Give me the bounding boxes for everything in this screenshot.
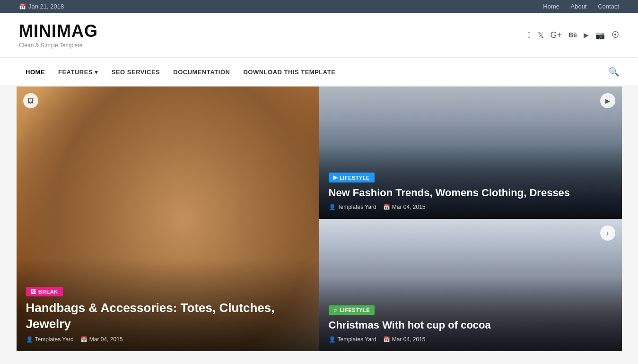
nav-documentation[interactable]: DOCUMENTATION [166, 60, 236, 84]
facebook-icon[interactable]:  [528, 30, 531, 40]
nav-seo-services[interactable]: SEO SERVICES [105, 60, 167, 84]
card-large[interactable]: 🖼 🖼 BREAK Handbags & Accessories: Totes,… [17, 87, 319, 351]
card-bottom-right[interactable]: ♪ ♫ LIFESTYLE Christmas With hot cup of … [319, 219, 622, 351]
calendar-icon: 📅 [80, 336, 87, 343]
card-top-right-title: New Fashion Trends, Womens Clothing, Dre… [329, 186, 612, 200]
card-top-right-overlay: ▶ LIFESTYLE New Fashion Trends, Womens C… [319, 144, 622, 219]
card-top-right-media-icon: ▶ [600, 93, 615, 108]
main-content: 🖼 🖼 BREAK Handbags & Accessories: Totes,… [17, 87, 622, 351]
topbar: Jan 21, 2018 Home About Contact [0, 0, 638, 13]
site-title: MINIMAG [19, 21, 98, 41]
card-bottom-right-title: Christmas With hot cup of cocoa [329, 319, 612, 332]
break-category-icon: 🖼 [31, 289, 36, 295]
topbar-nav-contact[interactable]: Contact [598, 3, 619, 10]
main-navbar: HOME FEATURES ▾ SEO SERVICES DOCUMENTATI… [0, 58, 638, 87]
author-icon-br: 👤 [329, 336, 336, 343]
card-bottom-right-overlay: ♫ LIFESTYLE Christmas With hot cup of co… [319, 277, 622, 351]
card-bottom-right-meta: 👤 Templates Yard 📅 Mar 04, 2015 [329, 336, 612, 343]
nav-features[interactable]: FEATURES ▾ [52, 60, 105, 84]
card-top-right-meta: 👤 Templates Yard 📅 Mar 04, 2015 [329, 204, 612, 210]
card-large-category: 🖼 BREAK [26, 287, 63, 296]
twitter-icon[interactable]: 𝕏 [538, 31, 544, 40]
topbar-date: Jan 21, 2018 [19, 3, 64, 10]
behance-icon[interactable]: Bē [568, 31, 577, 39]
card-large-overlay: 🖼 BREAK Handbags & Accessories: Totes, C… [17, 259, 319, 351]
nav-home[interactable]: HOME [19, 60, 52, 84]
topbar-nav-about[interactable]: About [571, 3, 587, 10]
topbar-nav-home[interactable]: Home [543, 3, 559, 10]
card-top-right-date: 📅 Mar 04, 2015 [383, 204, 426, 210]
site-logo[interactable]: MINIMAG Clean & Simple Template [19, 21, 98, 49]
googleplus-icon[interactable]: G+ [551, 30, 562, 40]
youtube-icon[interactable]: ▶ [584, 31, 589, 39]
rss-icon[interactable]: ⦿ [612, 31, 619, 39]
lifestyle-music-icon: ♫ [333, 307, 338, 313]
lifestyle-video-icon: ▶ [333, 174, 338, 181]
card-large-title: Handbags & Accessories: Totes, Clutches,… [26, 300, 310, 332]
site-tagline: Clean & Simple Template [19, 42, 98, 49]
content-grid: 🖼 🖼 BREAK Handbags & Accessories: Totes,… [17, 87, 622, 351]
card-bottom-right-date: 📅 Mar 04, 2015 [383, 336, 426, 343]
card-bottom-right-category: ♫ LIFESTYLE [329, 305, 375, 315]
calendar-icon-tr: 📅 [383, 204, 390, 210]
card-large-author: 👤 Templates Yard [26, 336, 74, 343]
social-icons:  𝕏 G+ Bē ▶ 📷 ⦿ [528, 30, 619, 40]
card-top-right-author: 👤 Templates Yard [329, 204, 376, 210]
card-top-right-category: ▶ LIFESTYLE [329, 173, 375, 182]
card-bottom-right-media-icon: ♪ [600, 225, 615, 241]
instagram-icon[interactable]: 📷 [595, 31, 605, 40]
site-header: MINIMAG Clean & Simple Template  𝕏 G+ B… [0, 13, 638, 58]
topbar-nav: Home About Contact [533, 3, 619, 10]
nav-links: HOME FEATURES ▾ SEO SERVICES DOCUMENTATI… [19, 60, 342, 84]
card-bottom-right-author: 👤 Templates Yard [329, 336, 376, 343]
author-icon: 👤 [26, 336, 33, 343]
author-icon-tr: 👤 [329, 204, 336, 210]
search-icon[interactable]: 🔍 [609, 58, 619, 86]
card-top-right[interactable]: ▶ ▶ LIFESTYLE New Fashion Trends, Womens… [319, 87, 622, 219]
card-large-date: 📅 Mar 04, 2015 [80, 336, 123, 343]
card-large-media-icon: 🖼 [23, 93, 38, 108]
nav-download[interactable]: DOWNLOAD THIS TEMPLATE [236, 60, 342, 84]
card-large-meta: 👤 Templates Yard 📅 Mar 04, 2015 [26, 336, 310, 343]
calendar-icon-br: 📅 [383, 336, 390, 343]
